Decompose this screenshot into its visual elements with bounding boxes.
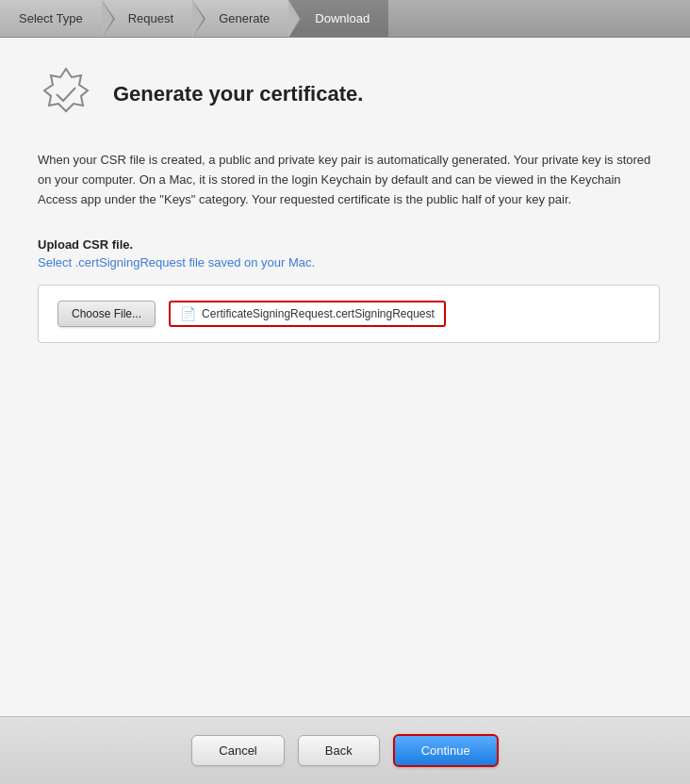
main-content: Generate your certificate. When your CSR…: [0, 38, 690, 716]
upload-hint-prefix: Select: [38, 255, 75, 270]
choose-file-button[interactable]: Choose File...: [58, 301, 156, 327]
breadcrumb-request[interactable]: Request: [102, 0, 192, 37]
upload-label: Upload CSR file.: [38, 237, 652, 252]
breadcrumb-label-select-type: Select Type: [19, 11, 83, 25]
svg-marker-0: [44, 69, 88, 111]
file-name-display: 📄 CertificateSigningRequest.certSigningR…: [169, 301, 446, 327]
breadcrumb-generate[interactable]: Generate: [192, 0, 288, 37]
breadcrumb-download[interactable]: Download: [288, 0, 388, 37]
file-name-text: CertificateSigningRequest.certSigningReq…: [202, 307, 435, 320]
page-header: Generate your certificate.: [38, 66, 652, 122]
page-title: Generate your certificate.: [113, 82, 363, 106]
breadcrumb-nav: Select Type Request Generate Download: [0, 0, 690, 38]
cancel-button[interactable]: Cancel: [191, 735, 284, 766]
upload-hint: Select .certSigningRequest file saved on…: [38, 255, 652, 270]
back-button[interactable]: Back: [298, 735, 380, 766]
upload-section: Upload CSR file. Select .certSigningRequ…: [38, 237, 652, 343]
file-type-icon: 📄: [180, 306, 196, 321]
breadcrumb-label-generate: Generate: [219, 11, 270, 25]
continue-button[interactable]: Continue: [393, 734, 499, 767]
file-upload-box: Choose File... 📄 CertificateSigningReque…: [38, 285, 660, 343]
description-text: When your CSR file is created, a public …: [38, 151, 652, 209]
action-bar: Cancel Back Continue: [0, 716, 690, 784]
breadcrumb-label-request: Request: [128, 11, 173, 25]
upload-hint-suffix: file saved on your Mac.: [186, 255, 315, 270]
certificate-icon: [38, 66, 94, 122]
breadcrumb-select-type[interactable]: Select Type: [0, 0, 102, 37]
upload-hint-extension: .certSigningRequest: [75, 255, 186, 270]
breadcrumb-label-download: Download: [315, 11, 370, 25]
